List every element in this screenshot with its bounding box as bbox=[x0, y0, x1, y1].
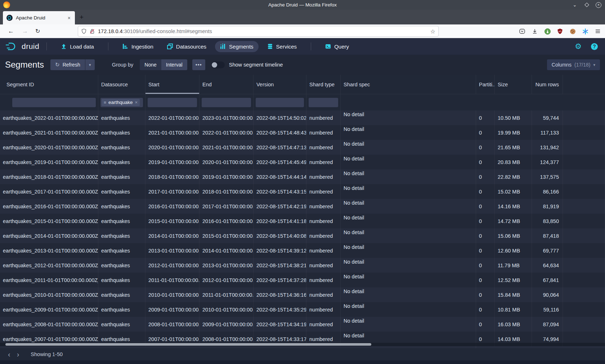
next-page-icon[interactable]: › bbox=[17, 351, 19, 358]
table-row[interactable]: earthquakes_2016-01-01T00:00:00.000Z_2..… bbox=[0, 199, 605, 214]
column-header-segment-id[interactable]: Segment ID bbox=[0, 75, 98, 94]
column-header-shard-spec[interactable]: Shard spec bbox=[341, 75, 476, 94]
tab-title: Apache Druid bbox=[16, 15, 67, 21]
table-row[interactable]: earthquakes_2015-01-01T00:00:00.000Z_2..… bbox=[0, 214, 605, 228]
cell-num-rows: 137,575 bbox=[532, 169, 563, 184]
cell-version: 2022-08-15T14:39:12.5... bbox=[254, 243, 306, 258]
table-row[interactable]: earthquakes_2009-01-01T00:00:00.000Z_2..… bbox=[0, 302, 605, 317]
nav-divider bbox=[108, 42, 108, 50]
browser-tab[interactable]: Apache Druid × bbox=[3, 11, 75, 24]
table-row[interactable]: earthquakes_2008-01-01T00:00:00.000Z_2..… bbox=[0, 317, 605, 332]
columns-button[interactable]: Columns (17/18) ▾ bbox=[547, 59, 600, 70]
cell-datasource: earthquakes bbox=[98, 125, 145, 140]
equals-icon: = bbox=[104, 100, 106, 105]
tracking-shield-icon[interactable] bbox=[81, 28, 87, 34]
cell-partition: 0 bbox=[476, 243, 495, 258]
refresh-button[interactable]: ↻ Refresh bbox=[50, 59, 85, 70]
forward-icon[interactable]: → bbox=[22, 28, 28, 35]
menu-hamburger-icon[interactable] bbox=[594, 28, 601, 35]
tab-close-icon[interactable]: × bbox=[67, 15, 71, 21]
column-header-size[interactable]: Size bbox=[495, 75, 532, 94]
bookmark-star-icon[interactable]: ☆ bbox=[430, 28, 435, 35]
table-row[interactable]: earthquakes_2012-01-01T00:00:00.000Z_2..… bbox=[0, 258, 605, 273]
segment-id-filter-input[interactable] bbox=[12, 98, 96, 107]
settings-gear-icon[interactable]: ⚙ bbox=[575, 42, 582, 51]
window-maximize-icon[interactable] bbox=[584, 3, 589, 7]
window-minimize-icon[interactable]: ⌄ bbox=[572, 2, 578, 8]
filter-tag-remove-icon[interactable]: × bbox=[135, 100, 138, 105]
segment-timeline-toggle[interactable] bbox=[211, 62, 225, 68]
table-row[interactable]: earthquakes_2020-01-01T00:00:00.000Z_2..… bbox=[0, 140, 605, 155]
table-row[interactable]: earthquakes_2021-01-01T00:00:00.000Z_2..… bbox=[0, 125, 605, 140]
cell-partition: 0 bbox=[476, 258, 495, 273]
cell-version: 2022-08-15T14:34:19.1... bbox=[254, 317, 306, 332]
column-header-partition[interactable]: Partiti... bbox=[476, 75, 495, 94]
refresh-interval-dropdown[interactable]: ▾ bbox=[85, 59, 95, 70]
group-by-none-button[interactable]: None bbox=[140, 59, 161, 70]
cell-shard-type: numbered bbox=[306, 228, 341, 243]
downloads-icon[interactable] bbox=[531, 28, 538, 35]
column-header-end[interactable]: End bbox=[200, 75, 254, 94]
table-row[interactable]: earthquakes_2011-01-01T00:00:00.000Z_2..… bbox=[0, 273, 605, 287]
table-row[interactable]: earthquakes_2018-01-01T00:00:00.000Z_2..… bbox=[0, 169, 605, 184]
shard-type-filter-input[interactable] bbox=[309, 98, 338, 107]
previous-page-icon[interactable]: ‹ bbox=[8, 351, 10, 358]
nav-item-load-data[interactable]: Load data bbox=[56, 41, 99, 52]
window-close-icon[interactable]: × bbox=[596, 2, 601, 8]
cell-num-rows: 86,166 bbox=[532, 184, 563, 199]
nav-item-services[interactable]: Services bbox=[262, 41, 302, 52]
nav-item-query[interactable]: Query bbox=[320, 41, 354, 52]
svg-text:uO: uO bbox=[559, 30, 561, 32]
table-row[interactable]: earthquakes_2014-01-01T00:00:00.000Z_2..… bbox=[0, 228, 605, 243]
nav-item-ingestion[interactable]: Ingestion bbox=[117, 41, 158, 52]
cell-end: 2022-01-01T00:00:00.0... bbox=[200, 125, 254, 140]
table-row[interactable]: earthquakes_2013-01-01T00:00:00.000Z_2..… bbox=[0, 243, 605, 258]
group-by-interval-button[interactable]: Interval bbox=[161, 59, 187, 70]
cell-version: 2022-08-15T14:43:15.6... bbox=[254, 184, 306, 199]
cell-filler bbox=[563, 243, 605, 258]
column-header-datasource[interactable]: Datasource bbox=[98, 75, 145, 94]
version-filter-input[interactable] bbox=[256, 98, 304, 107]
cell-segment-id: earthquakes_2017-01-01T00:00:00.000Z_2..… bbox=[0, 184, 98, 199]
datasource-filter-tag[interactable]: = earthquake × bbox=[102, 99, 140, 106]
nav-item-segments[interactable]: Segments bbox=[215, 41, 259, 52]
cell-num-rows: 59,744 bbox=[532, 110, 563, 125]
url-text[interactable]: 172.18.0.4:30109/unified-console.html#se… bbox=[98, 28, 428, 34]
new-tab-button[interactable]: + bbox=[80, 14, 84, 20]
table-row[interactable]: earthquakes_2022-01-01T00:00:00.000Z_2..… bbox=[0, 110, 605, 125]
help-icon[interactable]: ? bbox=[591, 43, 598, 50]
privacy-badger-icon[interactable] bbox=[544, 28, 551, 35]
cell-shard-spec: No detail bbox=[341, 110, 476, 125]
cell-start: 2018-01-01T00:00:00.0... bbox=[145, 169, 200, 184]
table-row[interactable]: earthquakes_2010-01-01T00:00:00.000Z_2..… bbox=[0, 287, 605, 302]
cookie-extension-icon[interactable] bbox=[569, 28, 576, 35]
column-header-start[interactable]: Start bbox=[145, 75, 200, 94]
start-filter-input[interactable] bbox=[148, 98, 197, 107]
pocket-icon[interactable] bbox=[519, 28, 526, 35]
cell-num-rows: 87,418 bbox=[532, 228, 563, 243]
table-row[interactable]: earthquakes_2019-01-01T00:00:00.000Z_2..… bbox=[0, 155, 605, 169]
asterisk-extension-icon[interactable] bbox=[582, 28, 589, 35]
druid-brand[interactable]: druid bbox=[5, 42, 39, 51]
cell-filler bbox=[563, 317, 605, 332]
insecure-lock-icon[interactable] bbox=[89, 28, 95, 34]
ublock-icon[interactable]: uO bbox=[556, 28, 564, 35]
cell-segment-id: earthquakes_2015-01-01T00:00:00.000Z_2..… bbox=[0, 214, 98, 228]
cell-size: 12.52 MB bbox=[495, 273, 532, 287]
scrollbar-thumb[interactable] bbox=[5, 343, 371, 346]
url-bar[interactable]: 172.18.0.4:30109/unified-console.html#se… bbox=[78, 26, 439, 37]
nav-item-datasources[interactable]: Datasources bbox=[162, 41, 211, 52]
cell-partition: 0 bbox=[476, 287, 495, 302]
column-header-shard-type[interactable]: Shard type bbox=[306, 75, 341, 94]
column-header-num-rows[interactable]: Num rows bbox=[532, 75, 563, 94]
table-row[interactable]: earthquakes_2017-01-01T00:00:00.000Z_2..… bbox=[0, 184, 605, 199]
reload-icon[interactable]: ↻ bbox=[35, 28, 40, 35]
back-icon[interactable]: ← bbox=[8, 28, 14, 35]
datasource-filter-input[interactable]: = earthquake × bbox=[100, 98, 143, 107]
cell-start: 2010-01-01T00:00:00.0... bbox=[145, 287, 200, 302]
more-options-button[interactable]: ••• bbox=[192, 59, 205, 70]
end-filter-input[interactable] bbox=[202, 98, 251, 107]
column-header-version[interactable]: Version bbox=[254, 75, 306, 94]
url-path: :30109/unified-console.html#segments bbox=[123, 28, 212, 34]
cell-size: 10.81 MB bbox=[495, 302, 532, 317]
